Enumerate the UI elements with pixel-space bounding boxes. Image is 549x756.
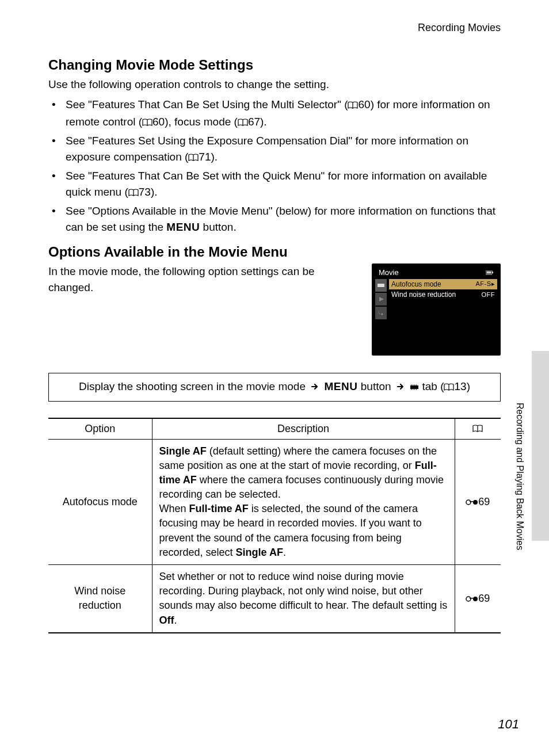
book-icon bbox=[142, 115, 152, 132]
menu-label: MENU bbox=[325, 380, 358, 392]
page-ref: 13 bbox=[454, 380, 466, 392]
page-number: 101 bbox=[498, 717, 519, 732]
text: Display the shooting screen in the movie… bbox=[79, 380, 308, 392]
cell-reference: 69 bbox=[455, 439, 501, 565]
side-thumb-tab bbox=[532, 351, 549, 541]
lcd-item-autofocus: Autofocus mode AF-S▸ bbox=[389, 279, 497, 289]
lcd-title: Movie bbox=[379, 268, 399, 277]
text: button bbox=[358, 380, 394, 392]
page-ref: 73 bbox=[139, 186, 151, 198]
bold: Full-time AF bbox=[189, 503, 249, 514]
lcd-screenshot: Movie Autofocus mode AF-S▸ Wind noise re… bbox=[372, 264, 501, 356]
book-icon bbox=[472, 423, 483, 436]
reference-icon bbox=[466, 496, 478, 507]
text: ). bbox=[260, 116, 267, 128]
text: ), focus mode ( bbox=[165, 116, 238, 128]
book-icon bbox=[188, 150, 199, 167]
text: button. bbox=[200, 221, 236, 233]
lcd-item-label: Wind noise reduction bbox=[391, 291, 456, 299]
bullet-3: See "Features That Can Be Set with the Q… bbox=[60, 168, 501, 202]
cell-description: Single AF (default setting) where the ca… bbox=[152, 439, 455, 565]
bullet-4: See "Options Available in the Movie Menu… bbox=[60, 203, 501, 236]
book-icon bbox=[348, 98, 358, 114]
heading-changing-movie-mode: Changing Movie Mode Settings bbox=[48, 57, 501, 73]
section-header: Recording Movies bbox=[48, 22, 501, 34]
movie-tab-icon bbox=[410, 380, 419, 392]
bullet-2: See "Features Set Using the Exposure Com… bbox=[60, 133, 501, 167]
battery-icon bbox=[486, 268, 494, 277]
book-icon bbox=[238, 115, 248, 132]
text: See "Options Available in the Movie Menu… bbox=[66, 205, 495, 234]
bold: Single AF bbox=[159, 445, 207, 457]
text: When bbox=[159, 503, 189, 514]
arrow-icon bbox=[396, 381, 405, 394]
intro-text-2: In the movie mode, the following option … bbox=[48, 264, 361, 296]
options-table: Option Description Autofocus mode Single… bbox=[48, 418, 501, 633]
text: tab ( bbox=[419, 380, 444, 392]
navigation-path-box: Display the shooting screen in the movie… bbox=[48, 373, 501, 402]
lcd-tab-play bbox=[375, 293, 387, 306]
bullet-1: See "Features That Can Be Set Using the … bbox=[60, 97, 501, 132]
cell-option: Autofocus mode bbox=[48, 439, 152, 565]
cell-option: Wind noise reduction bbox=[48, 565, 152, 633]
arrow-icon bbox=[311, 381, 319, 394]
book-icon bbox=[444, 381, 454, 394]
text: Set whether or not to reduce wind noise … bbox=[159, 571, 448, 611]
th-description: Description bbox=[152, 418, 455, 440]
text: where the camera focuses continuously du… bbox=[159, 474, 444, 500]
bullet-list: See "Features That Can Be Set Using the … bbox=[48, 97, 501, 236]
page-ref: 67 bbox=[248, 116, 260, 128]
text: . bbox=[283, 547, 286, 558]
lcd-item-value: OFF bbox=[482, 291, 495, 298]
bold: Single AF bbox=[236, 547, 283, 558]
lcd-item-windnoise: Wind noise reduction OFF bbox=[389, 289, 497, 300]
cell-description: Set whether or not to reduce wind noise … bbox=[152, 565, 455, 633]
side-chapter-label: Recording and Playing Back Movies bbox=[514, 403, 525, 550]
lcd-tab-setup bbox=[375, 307, 387, 319]
text: . bbox=[174, 614, 177, 626]
menu-label: MENU bbox=[166, 221, 200, 233]
page-ref: 71 bbox=[199, 151, 211, 163]
cell-reference: 69 bbox=[455, 565, 501, 633]
bold: Off bbox=[159, 614, 174, 626]
heading-options-movie-menu: Options Available in the Movie Menu bbox=[48, 244, 501, 260]
text: ). bbox=[211, 151, 218, 163]
text: ) bbox=[467, 380, 470, 392]
table-row: Wind noise reduction Set whether or not … bbox=[48, 565, 501, 633]
page-ref: 60 bbox=[358, 98, 370, 110]
lcd-tab-movie bbox=[375, 279, 387, 292]
book-icon bbox=[128, 185, 139, 202]
text: See "Features That Can Be Set Using the … bbox=[66, 98, 348, 110]
th-option: Option bbox=[48, 418, 152, 440]
lcd-item-value: AF-S▸ bbox=[475, 280, 495, 288]
table-row: Autofocus mode Single AF (default settin… bbox=[48, 439, 501, 565]
ref-num: 69 bbox=[478, 496, 490, 507]
text: See "Features Set Using the Exposure Com… bbox=[66, 135, 468, 163]
reference-icon bbox=[466, 593, 478, 604]
page-ref: 60 bbox=[152, 116, 165, 128]
lcd-item-label: Autofocus mode bbox=[391, 280, 441, 288]
ref-num: 69 bbox=[478, 593, 490, 604]
text: ). bbox=[151, 186, 158, 198]
intro-text-1: Use the following operation controls to … bbox=[48, 77, 501, 93]
th-reference bbox=[455, 418, 501, 440]
